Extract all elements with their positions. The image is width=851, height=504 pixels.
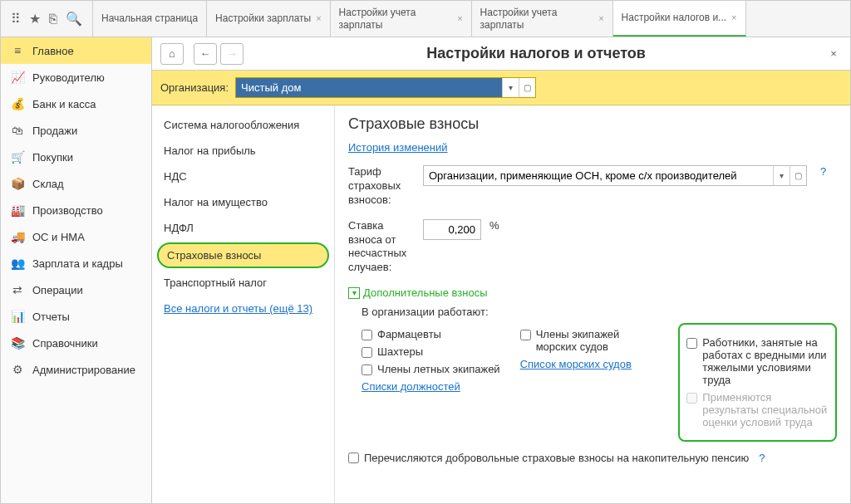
close-icon[interactable]: × [457,13,462,24]
tab-bar: Начальная страница Настройки зарплаты× Н… [93,1,850,37]
chevron-down-icon: ▾ [348,287,360,299]
menu-icon: ≡ [11,44,24,57]
people-icon: 👥 [11,257,24,270]
chart-icon: 📈 [11,71,24,84]
tab-salary-settings[interactable]: Настройки зарплаты× [207,1,331,37]
subnav-more-link[interactable]: Все налоги и отчеты (ещё 13) [152,296,334,321]
history-link[interactable]: История изменений [348,141,837,154]
star-icon[interactable]: ★ [29,11,41,27]
back-button[interactable]: ← [194,43,217,65]
sidebar-item-assets[interactable]: 🚚ОС и НМА [1,223,151,250]
apps-icon[interactable]: ⠿ [11,11,21,27]
sidebar-item-references[interactable]: 📚Справочники [1,330,151,356]
tariff-label: Тариф страховых взносов: [348,165,415,208]
subnav-property-tax[interactable]: Налог на имущество [152,189,334,215]
swap-icon: ⇄ [11,283,24,296]
checkbox-miners[interactable] [362,347,372,358]
sidebar-item-main[interactable]: ≡Главное [1,37,151,64]
org-works-label: В организации работают: [362,306,837,318]
additional-expander[interactable]: ▾ Дополнительные взносы [348,286,837,299]
bars-icon: 📊 [11,310,24,323]
open-icon[interactable]: ▢ [790,166,806,185]
ships-link[interactable]: Список морских судов [520,358,662,370]
forward-button[interactable]: → [220,43,243,65]
subnav-ndfl[interactable]: НДФЛ [152,215,334,241]
sidebar-item-bank[interactable]: 💰Банк и касса [1,91,151,117]
bag-icon: 🛍 [11,124,24,137]
checkbox-hazard[interactable] [686,338,697,349]
subnav-vat[interactable]: НДС [152,164,334,189]
sidebar-item-reports[interactable]: 📊Отчеты [1,303,151,330]
page-title: Настройки налогов и отчетов [247,45,825,62]
sidebar-item-production[interactable]: 🏭Производство [1,197,151,223]
factory-icon: 🏭 [11,203,24,217]
org-bar: Организация: ▾ ▢ [152,71,850,105]
checkbox-pharma[interactable] [362,330,372,340]
subnav-tax-system[interactable]: Система налогообложения [152,112,334,138]
dropdown-icon[interactable]: ▾ [773,166,790,185]
positions-link[interactable]: Списки должностей [362,380,504,393]
sidebar-item-manager[interactable]: 📈Руководителю [1,64,151,91]
subnav-transport-tax[interactable]: Транспортный налог [152,270,334,296]
checkbox-shipcrew[interactable] [520,330,531,340]
toolbar: ⌂ ← → Настройки налогов и отчетов × [152,37,850,71]
checkbox-special-eval [686,393,697,404]
books-icon: 📚 [11,336,24,350]
tab-tax-settings[interactable]: Настройки налогов и...× [613,1,746,37]
top-bar: ⠿ ★ ⎘ 🔍 Начальная страница Настройки зар… [1,1,850,37]
rate-unit: % [489,219,499,232]
tab-salary-accounting-1[interactable]: Настройки учета зарплаты× [331,1,472,37]
org-input[interactable] [236,78,502,97]
sidebar-item-admin[interactable]: ⚙Администрирование [1,356,151,383]
sidebar-item-operations[interactable]: ⇄Операции [1,276,151,303]
sidebar-item-salary[interactable]: 👥Зарплата и кадры [1,250,151,276]
pension-label: Перечисляются добровольные страховые взн… [364,452,749,464]
highlighted-checkbox-group: Работники, занятые на работах с вредными… [678,323,837,442]
org-label: Организация: [160,81,229,94]
topbar-icon-group: ⠿ ★ ⎘ 🔍 [1,1,93,37]
truck-icon: 🚚 [11,230,24,243]
sidebar-item-sales[interactable]: 🛍Продажи [1,117,151,144]
checkbox-aircrew[interactable] [362,365,372,375]
close-icon[interactable]: × [731,12,736,23]
search-icon[interactable]: 🔍 [66,11,82,27]
help-icon[interactable]: ? [820,165,826,178]
subnav: Система налогообложения Налог на прибыль… [152,105,335,503]
subnav-profit-tax[interactable]: Налог на прибыль [152,138,334,164]
dropdown-icon[interactable]: ▾ [502,78,519,97]
tariff-select[interactable]: ▾ ▢ [423,165,807,186]
rate-input[interactable] [423,219,481,240]
rate-label: Ставка взноса от несчастных случаев: [348,219,415,276]
close-panel-button[interactable]: × [825,47,842,60]
gear-icon: ⚙ [11,363,24,376]
org-select[interactable]: ▾ ▢ [235,77,536,98]
close-icon[interactable]: × [598,13,603,24]
checkbox-pension[interactable] [348,453,359,463]
tab-home[interactable]: Начальная страница [93,1,207,37]
home-button[interactable]: ⌂ [160,43,184,65]
cart-icon: 🛒 [11,150,24,164]
clipboard-icon[interactable]: ⎘ [49,12,57,27]
tariff-input[interactable] [424,166,773,185]
settings-panel: Страховые взносы История изменений Тариф… [335,105,850,503]
open-icon[interactable]: ▢ [519,78,535,97]
sidebar: ≡Главное 📈Руководителю 💰Банк и касса 🛍Пр… [1,37,152,503]
money-icon: 💰 [11,97,24,110]
sidebar-item-purchases[interactable]: 🛒Покупки [1,144,151,170]
subnav-insurance[interactable]: Страховые взносы [157,242,329,268]
box-icon: 📦 [11,177,24,190]
tab-salary-accounting-2[interactable]: Настройки учета зарплаты× [472,1,613,37]
close-icon[interactable]: × [316,13,321,24]
sidebar-item-warehouse[interactable]: 📦Склад [1,170,151,197]
panel-title: Страховые взносы [348,115,837,133]
help-icon[interactable]: ? [759,452,765,464]
